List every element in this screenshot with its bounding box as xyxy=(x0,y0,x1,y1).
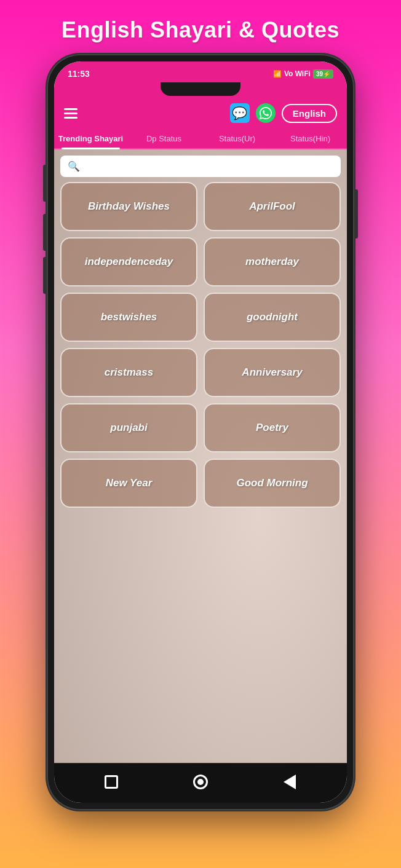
card-label: New Year xyxy=(106,477,153,489)
battery-icon: 39 ⚡ xyxy=(313,69,333,79)
bottom-nav xyxy=(54,763,347,803)
card-label: independenceday xyxy=(85,256,173,268)
list-item[interactable]: Birthday Wishes xyxy=(60,182,197,231)
tab-bar: Trending Shayari Dp Status Status(Ur) St… xyxy=(54,129,347,149)
list-item[interactable]: motherday xyxy=(204,237,341,286)
language-button[interactable]: English xyxy=(282,104,337,123)
notch-cutout xyxy=(161,82,240,96)
app-title-container: English Shayari & Quotes xyxy=(49,0,352,54)
tab-status-hin[interactable]: Status(Hin) xyxy=(274,129,347,148)
list-item[interactable]: Poetry xyxy=(204,403,341,452)
card-label: motherday xyxy=(245,256,299,268)
tab-trending-shayari[interactable]: Trending Shayari xyxy=(54,129,127,148)
status-icons: 📶 Vo WiFi 39 ⚡ xyxy=(273,69,333,79)
phone-frame: 11:53 📶 Vo WiFi 39 ⚡ xyxy=(47,54,354,810)
card-label: AprilFool xyxy=(249,200,295,213)
app-title: English Shayari & Quotes xyxy=(49,0,352,54)
header-icons: English xyxy=(230,103,337,123)
triangle-icon xyxy=(284,775,296,789)
card-label: punjabi xyxy=(110,422,147,434)
circle-inner xyxy=(197,779,204,785)
chat-icon[interactable] xyxy=(230,103,250,123)
signal-icon: 📶 xyxy=(273,70,282,78)
list-item[interactable]: AprilFool xyxy=(204,182,341,231)
search-icon: 🔍 xyxy=(68,160,80,172)
card-label: goodnight xyxy=(247,311,298,323)
tab-status-ur[interactable]: Status(Ur) xyxy=(200,129,274,148)
list-item[interactable]: independenceday xyxy=(60,237,197,286)
search-input-wrap: 🔍 xyxy=(60,156,341,177)
card-label: Anniversary xyxy=(242,366,302,379)
card-label: cristmass xyxy=(105,366,153,379)
list-item[interactable]: Anniversary xyxy=(204,348,341,397)
card-label: Good Morning xyxy=(236,477,308,489)
search-bar-container: 🔍 xyxy=(60,156,341,177)
notch xyxy=(54,82,347,98)
list-item[interactable]: bestwishes xyxy=(60,293,197,342)
list-item[interactable]: punjabi xyxy=(60,403,197,452)
phone-screen: 11:53 📶 Vo WiFi 39 ⚡ xyxy=(54,61,347,803)
list-item[interactable]: cristmass xyxy=(60,348,197,397)
square-icon xyxy=(105,775,118,789)
category-grid: Birthday Wishes AprilFool independenceda… xyxy=(54,182,347,514)
list-item[interactable]: Good Morning xyxy=(204,459,341,508)
hamburger-menu[interactable] xyxy=(64,108,77,119)
search-input[interactable] xyxy=(85,162,333,172)
card-label: Birthday Wishes xyxy=(88,200,170,213)
list-item[interactable]: New Year xyxy=(60,459,197,508)
list-item[interactable]: goodnight xyxy=(204,293,341,342)
nav-home-button[interactable] xyxy=(100,771,122,793)
app-header: English xyxy=(54,98,347,129)
tab-dp-status[interactable]: Dp Status xyxy=(127,129,200,148)
card-label: bestwishes xyxy=(101,311,157,323)
card-label: Poetry xyxy=(256,422,288,434)
wifi-icon: Vo WiFi xyxy=(284,69,311,78)
nav-recent-button[interactable] xyxy=(279,771,301,793)
whatsapp-icon[interactable] xyxy=(256,103,276,123)
status-time: 11:53 xyxy=(68,69,90,79)
content-area: 🔍 Birthday Wishes AprilFool independence… xyxy=(54,149,347,763)
status-bar: 11:53 📶 Vo WiFi 39 ⚡ xyxy=(54,61,347,82)
nav-back-button[interactable] xyxy=(189,771,212,793)
circle-icon xyxy=(193,775,208,789)
